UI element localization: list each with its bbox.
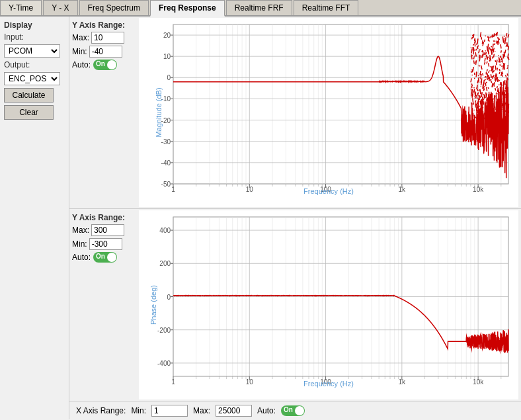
left-panel: Display Input: PCOM Output: ENC_POS Calc… [0,17,69,419]
main-content: Display Input: PCOM Output: ENC_POS Calc… [0,17,521,419]
calculate-button[interactable]: Calculate [4,88,54,103]
input-select[interactable]: PCOM [4,44,60,58]
input-label: Input: [4,32,65,42]
bottom-max-label: Max: [72,226,89,235]
top-max-input[interactable] [91,32,124,44]
output-select[interactable]: ENC_POS [4,72,60,85]
bottom-x-axis-title: Frequency (Hz) [303,380,354,388]
x-max-input[interactable] [216,405,252,417]
x-axis-bar: X Axis Range: Min: Max: Auto: On [69,401,521,419]
tab-y-x[interactable]: Y - X [43,0,77,15]
tab-bar: Y-Time Y - X Freq Spectrum Freq Response… [0,0,521,17]
display-label: Display [4,21,65,30]
bottom-auto-toggle[interactable]: On [93,252,117,263]
top-auto-on-label: On [96,60,105,67]
x-min-label: Min: [131,406,146,415]
top-min-input[interactable] [89,46,122,58]
bottom-auto-on-label: On [96,253,105,260]
x-axis-range-label: X Axis Range: [76,406,126,415]
clear-button[interactable]: Clear [4,105,54,120]
output-label: Output: [4,60,65,69]
bottom-chart-canvas [139,210,518,399]
tab-realtime-fft[interactable]: Realtime FFT [294,0,359,15]
top-chart-canvas [139,18,518,207]
x-auto-on-label: On [284,406,293,413]
top-y-axis-range-label: Y Axis Range: [72,21,136,30]
top-auto-toggle[interactable]: On [93,60,117,70]
bottom-min-label: Min: [72,239,87,249]
top-min-label: Min: [72,47,87,56]
top-max-label: Max: [72,33,89,42]
x-min-input[interactable] [151,405,188,417]
top-auto-label: Auto: [72,60,91,69]
bottom-y-axis-title: Phase (deg) [149,285,157,325]
tab-freq-spectrum[interactable]: Freq Spectrum [79,0,149,15]
bottom-chart-area: Y Axis Range: Max: Min: Auto: On [69,209,521,401]
bottom-y-axis-range-label: Y Axis Range: [72,213,136,222]
tab-freq-response[interactable]: Freq Response [150,0,225,17]
tab-realtime-frf[interactable]: Realtime FRF [226,0,292,15]
bottom-auto-label: Auto: [72,253,91,262]
bottom-max-input[interactable] [91,224,124,236]
x-auto-toggle[interactable]: On [281,405,305,416]
x-max-label: Max: [193,406,210,415]
top-chart-area: Y Axis Range: Max: Min: Auto: On [69,17,521,209]
top-y-axis-title: Magnitude (dB) [155,87,163,137]
bottom-min-input[interactable] [89,238,122,250]
tab-y-time[interactable]: Y-Time [0,0,42,15]
bottom-controls: Y Axis Range: Max: Min: Auto: On [69,209,139,401]
top-controls: Y Axis Range: Max: Min: Auto: On [69,17,139,208]
top-x-axis-title: Frequency (Hz) [303,187,354,195]
x-auto-label: Auto: [257,406,276,415]
charts-area: Y Axis Range: Max: Min: Auto: On [69,17,521,419]
